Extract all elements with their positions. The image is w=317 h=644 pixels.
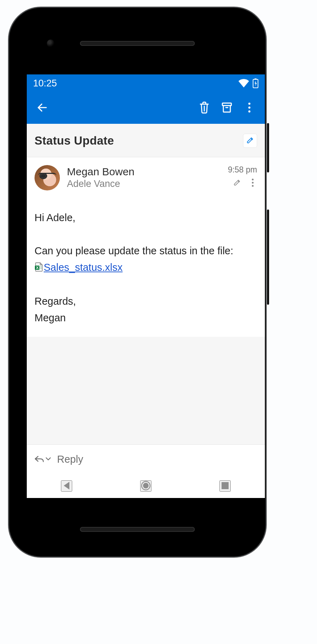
more-button[interactable] — [238, 97, 261, 119]
archive-button[interactable] — [216, 97, 238, 119]
chevron-down-icon[interactable] — [45, 456, 51, 463]
nav-back-button[interactable] — [61, 480, 72, 492]
app-toolbar — [27, 92, 265, 124]
bottom-speaker — [80, 527, 195, 532]
more-vertical-small-icon[interactable] — [248, 178, 257, 187]
circle-home-icon — [141, 480, 151, 492]
status-time: 10:25 — [33, 78, 57, 89]
sender-name[interactable]: Megan Bowen — [67, 166, 211, 178]
square-recent-icon — [221, 482, 229, 491]
paintbrush-icon — [246, 136, 254, 145]
svg-point-17 — [143, 483, 149, 488]
assist-button[interactable] — [243, 134, 257, 148]
body-greeting: Hi Adele, — [35, 209, 257, 226]
delete-button[interactable] — [193, 97, 216, 119]
svg-point-10 — [252, 182, 254, 184]
svg-point-6 — [248, 103, 250, 105]
body-line-1: Can you please update the status in the … — [35, 243, 257, 277]
svg-point-8 — [248, 110, 250, 113]
triangle-back-icon — [62, 481, 71, 491]
archive-icon — [221, 102, 233, 115]
message-time: 9:58 pm — [228, 165, 257, 175]
paintbrush-small-icon[interactable] — [232, 178, 242, 187]
power-button — [267, 123, 269, 172]
excel-file-icon — [35, 260, 43, 277]
svg-point-11 — [252, 185, 254, 187]
android-nav-bar — [27, 474, 265, 498]
battery-charging-icon — [253, 78, 259, 88]
avatar[interactable] — [35, 165, 60, 190]
nav-recent-button[interactable] — [219, 480, 231, 492]
recipient-name[interactable]: Adele Vance — [67, 178, 211, 189]
nav-home-button[interactable] — [140, 480, 151, 492]
below-body-spacer — [27, 337, 265, 444]
svg-point-7 — [248, 107, 250, 109]
more-vertical-icon — [248, 102, 251, 114]
earpiece — [80, 41, 195, 46]
front-camera — [47, 40, 55, 47]
reply-bar[interactable]: Reply — [27, 444, 265, 474]
reply-arrow-icon — [34, 455, 44, 464]
sender-row: Megan Bowen Adele Vance 9:58 pm — [27, 157, 265, 193]
email-subject: Status Update — [35, 134, 243, 147]
arrow-left-icon — [36, 102, 48, 115]
wifi-icon — [238, 79, 249, 87]
back-button[interactable] — [31, 97, 54, 119]
screen: 10:25 — [27, 74, 265, 498]
body-closing-2: Megan — [35, 310, 257, 326]
svg-point-9 — [252, 179, 254, 181]
svg-rect-18 — [222, 482, 229, 489]
trash-icon — [198, 101, 210, 115]
phone-frame: 10:25 — [9, 8, 266, 557]
subject-row: Status Update — [27, 124, 265, 157]
volume-rocker — [267, 209, 269, 305]
reply-label[interactable]: Reply — [57, 454, 83, 465]
body-closing-1: Regards, — [35, 293, 257, 310]
status-bar: 10:25 — [27, 74, 265, 92]
email-body: Hi Adele, Can you please update the stat… — [27, 193, 265, 337]
file-attachment-link[interactable]: Sales_status.xlsx — [44, 262, 123, 273]
svg-rect-1 — [255, 79, 257, 80]
